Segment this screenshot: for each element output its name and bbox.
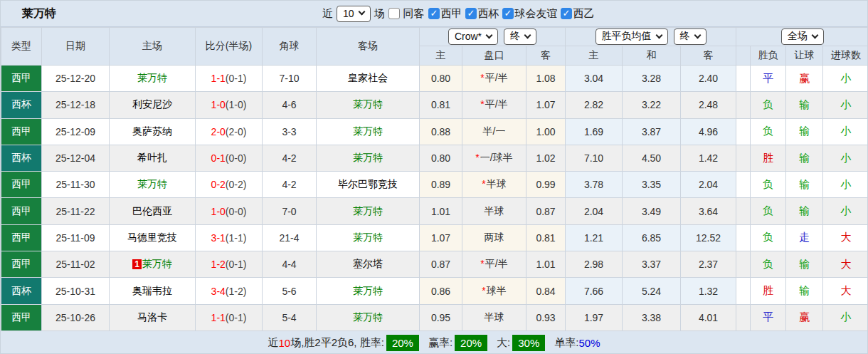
away-team[interactable]: 莱万特 (353, 311, 383, 323)
score: 1-1(0-1) (196, 304, 263, 330)
col-header-date: 日期 (42, 28, 110, 66)
gap-cell (736, 145, 751, 171)
filter-checkbox-2[interactable] (502, 8, 514, 19)
ah-away-odds: 1.07 (526, 92, 566, 118)
fulltime-score: 1-1 (211, 73, 226, 84)
fulltime-score: 2-0 (211, 126, 226, 137)
ah-line-text: 半球 (485, 311, 504, 323)
ah-line-text: 平/半 (485, 98, 508, 110)
score: 0-2(0-2) (196, 172, 263, 198)
scope-select[interactable]: 全场 (781, 28, 824, 45)
avg-away-odds: 12.52 (681, 224, 736, 251)
ah-line-text: 球半 (487, 285, 507, 296)
home-team[interactable]: 巴伦西亚 (132, 205, 172, 217)
avg-time-select[interactable]: 终 (674, 28, 706, 45)
col-header-handicap-result: 让球 (786, 46, 823, 66)
home-team-cell: 莱万特 (110, 66, 196, 92)
score: 3-4(1-2) (196, 278, 263, 304)
result-goals: 大 (823, 224, 868, 251)
col-header-type: 类型 (1, 28, 42, 66)
away-team[interactable]: 皇家社会 (348, 72, 388, 83)
halftime-score: (0-1) (226, 259, 247, 270)
matches-table: 类型 日期 主场 比分(半场) 角球 客场 Crow* 终 (1, 27, 868, 331)
chevron-down-icon (486, 31, 493, 38)
home-team[interactable]: 利安尼沙 (132, 98, 172, 110)
home-team[interactable]: 莱万特 (137, 72, 167, 83)
away-team[interactable]: 莱万特 (353, 285, 383, 296)
home-team[interactable]: 莱万特 (137, 178, 167, 189)
page-title: 莱万特 (22, 6, 56, 21)
filter-checkbox-1[interactable] (465, 8, 477, 19)
result-handicap: 输 (786, 118, 823, 145)
ah-line: *平/半 (462, 251, 526, 278)
avg-draw-odds: 3.35 (623, 172, 681, 198)
avg-home-odds: 7.10 (566, 145, 623, 171)
home-team[interactable]: 马德里竞技 (127, 231, 177, 243)
filter-checkbox-3[interactable] (561, 8, 572, 19)
league-badge: 西杯 (1, 278, 42, 304)
same-away-checkbox[interactable] (388, 8, 400, 19)
handicap-rate-label: 赢率: (428, 336, 452, 350)
gap-cell (736, 66, 751, 92)
col-header-avg-away: 客 (681, 46, 736, 66)
avg-draw-odds: 3.22 (623, 92, 681, 118)
score: 1-1(0-1) (196, 66, 263, 92)
league-badge: 西杯 (1, 145, 42, 171)
ah-line-text: 两球 (485, 231, 504, 243)
result-wdl: 负 (751, 118, 786, 145)
fulltime-score: 3-1 (211, 232, 226, 244)
avg-draw-odds: 3.87 (623, 118, 681, 145)
ah-away-odds: 0.99 (526, 172, 566, 198)
ah-line-text: 平/半 (485, 258, 508, 269)
home-team[interactable]: 奥瑞韦拉 (132, 285, 172, 296)
ah-home-odds: 0.87 (420, 251, 462, 278)
handicap-time-select[interactable]: 终 (504, 28, 536, 45)
home-team[interactable]: 莱万特 (142, 258, 172, 269)
match-date: 25-12-09 (42, 118, 110, 145)
result-goals: 小 (823, 66, 868, 92)
result-handicap: 输 (786, 198, 823, 224)
halftime-score: (0-2) (226, 179, 247, 190)
fulltime-score: 1-2 (211, 259, 226, 270)
ah-home-odds: 1.07 (420, 224, 462, 251)
corners: 7-10 (263, 66, 317, 92)
home-team[interactable]: 希叶扎 (137, 152, 167, 163)
competition-filters: 西甲西杯球会友谊西乙 (428, 7, 595, 21)
home-team[interactable]: 奥萨苏纳 (132, 125, 172, 137)
away-team[interactable]: 莱万特 (353, 98, 383, 110)
favourite-star-mark: * (482, 285, 485, 296)
home-team-cell: 奥萨苏纳 (110, 118, 196, 145)
away-team-cell: 莱万特 (317, 118, 420, 145)
away-team[interactable]: 莱万特 (353, 205, 383, 217)
table-row: 西甲25-11-22巴伦西亚1-0(0-0)7-0莱万特1.01半球0.872.… (1, 198, 868, 224)
avg-draw-odds: 3.38 (623, 304, 681, 330)
col-header-wdl: 胜负 (751, 46, 786, 66)
avg-away-odds: 2.04 (681, 172, 736, 198)
handicap-group-header: Crow* 终 (420, 28, 566, 46)
away-team[interactable]: 莱万特 (353, 231, 383, 243)
result-wdl: 负 (751, 251, 786, 278)
halftime-score: (1-1) (226, 232, 247, 244)
avg-odds-select[interactable]: 胜平负均值 (596, 28, 668, 45)
home-team[interactable]: 马洛卡 (137, 311, 167, 323)
avg-away-odds: 3.64 (681, 198, 736, 224)
result-wdl: 负 (751, 92, 786, 118)
bookmaker-select[interactable]: Crow* (448, 28, 498, 45)
avg-home-odds: 1.97 (566, 304, 623, 330)
score: 2-0(2-0) (196, 118, 263, 145)
table-row: 西甲25-11-09马德里竞技3-1(1-1)21-4莱万特1.07两球0.81… (1, 224, 868, 251)
recent-count-select[interactable]: 10 (337, 6, 371, 22)
table-row: 西甲25-12-20莱万特1-1(0-1)7-10皇家社会0.80*平/半1.0… (1, 66, 868, 92)
away-team[interactable]: 莱万特 (353, 152, 383, 163)
away-team[interactable]: 塞尔塔 (353, 258, 383, 269)
same-away-label: 同客 (403, 7, 425, 21)
away-team[interactable]: 毕尔巴鄂竞技 (338, 178, 398, 189)
competition-filter: 西杯 (465, 7, 499, 21)
avg-home-odds: 7.66 (566, 278, 623, 304)
favourite-star-mark: * (480, 72, 484, 83)
away-team-cell: 莱万特 (317, 304, 420, 330)
filter-checkbox-0[interactable] (428, 8, 440, 19)
halftime-score: (0-0) (226, 206, 247, 217)
away-team[interactable]: 莱万特 (353, 125, 383, 137)
avg-draw-odds: 3.28 (623, 66, 681, 92)
